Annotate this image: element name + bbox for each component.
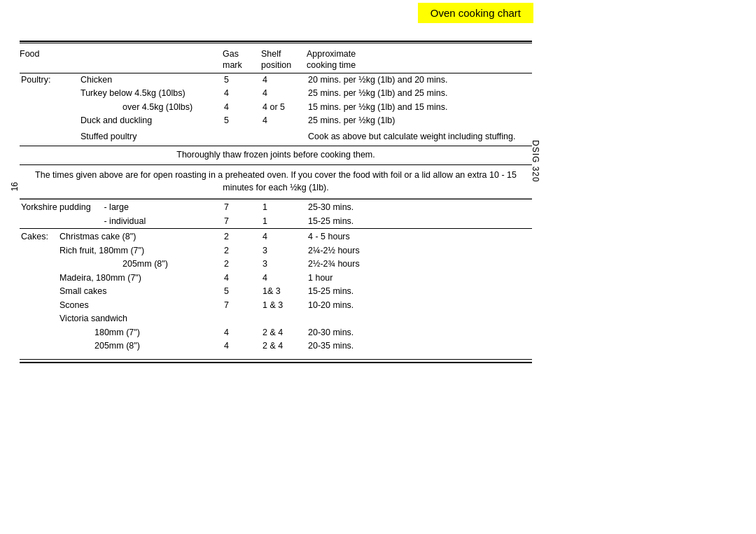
time-value — [307, 313, 532, 325]
header-shelf: Shelfposition — [261, 48, 307, 71]
food-category: Poultry:Chicken — [20, 74, 223, 87]
food-item: Stuffed poultry — [20, 131, 223, 143]
time-value: 20-35 mins. — [307, 340, 532, 353]
shelf-value: 4 — [261, 115, 307, 127]
time-value: 15-25 mins. — [307, 216, 532, 228]
title-box: Oven cooking chart — [418, 3, 533, 23]
time-value: 2½-2¾ hours — [307, 258, 532, 271]
border-top-thick — [20, 41, 532, 42]
food-item: Rich fruit, 180mm (7") — [20, 245, 223, 258]
table-row: Duck and duckling 5 4 25 mins. per ½kg (… — [20, 114, 532, 128]
table-row: Small cakes 5 1& 3 15-25 mins. — [20, 285, 532, 299]
food-item: Small cakes — [20, 286, 223, 298]
gas-value: 2 — [223, 245, 261, 258]
border-top-thin — [20, 43, 532, 43]
time-value: 15-25 mins. — [307, 286, 532, 298]
gas-value — [223, 313, 261, 325]
gas-value: 5 — [223, 74, 261, 87]
food-item: Duck and duckling — [20, 115, 223, 127]
shelf-value: 3 — [261, 258, 307, 271]
shelf-value: 3 — [261, 245, 307, 258]
table-row: - individual 7 1 15-25 mins. — [20, 215, 532, 229]
header-food: Food — [20, 48, 223, 71]
border-bottom-thin — [20, 359, 532, 360]
gas-value: 4 — [223, 272, 261, 285]
table-row: Rich fruit, 180mm (7") 2 3 2¼-2½ hours — [20, 244, 532, 258]
table-row: over 4.5kg (10lbs) 4 4 or 5 15 mins. per… — [20, 101, 532, 115]
shelf-value: 1 & 3 — [261, 300, 307, 312]
table-row: Stuffed poultry Cook as above but calcul… — [20, 128, 532, 146]
table-row: Madeira, 180mm (7") 4 4 1 hour — [20, 272, 532, 286]
table-row: 205mm (8") 4 2 & 4 20-35 mins. — [20, 339, 532, 357]
gas-value: 7 — [223, 216, 261, 228]
gas-value: 4 — [223, 340, 261, 353]
shelf-value: 1 — [261, 202, 307, 214]
table-row: Yorkshire pudding - large 7 1 25-30 mins… — [20, 199, 532, 215]
table-row: Cakes:Christmas cake (8") 2 4 4 - 5 hour… — [20, 228, 532, 244]
food-item: 205mm (8") — [20, 258, 223, 271]
gas-value: 7 — [223, 300, 261, 312]
food-item: Madeira, 180mm (7") — [20, 272, 223, 285]
time-value: 20 mins. per ½kg (1lb) and 20 mins. — [307, 74, 532, 87]
notice-thaw: Thoroughly thaw frozen joints before coo… — [20, 146, 532, 165]
shelf-value: 1 — [261, 216, 307, 228]
gas-value: 5 — [223, 286, 261, 298]
food-item: 180mm (7") — [20, 327, 223, 339]
time-value: 25 mins. per ½kg (1lb) — [307, 115, 532, 127]
gas-value: 7 — [223, 202, 261, 214]
gas-value: 2 — [223, 258, 261, 271]
shelf-value: 4 — [261, 272, 307, 285]
gas-value — [223, 131, 261, 143]
food-item: 205mm (8") — [20, 340, 223, 353]
table-row: Poultry:Chicken 5 4 20 mins. per ½kg (1l… — [20, 73, 532, 87]
time-value: 4 - 5 hours — [307, 231, 532, 244]
page: Oven cooking chart 16 DSIG 320 Food Gasm… — [0, 0, 756, 534]
time-value: 15 mins. per ½kg (1lb) and 15 mins. — [307, 101, 532, 114]
time-value: 1 hour — [307, 272, 532, 285]
time-value: 20-30 mins. — [307, 327, 532, 339]
time-value: 25 mins. per ½kg (1lb) and 25 mins. — [307, 87, 532, 100]
page-title: Oven cooking chart — [430, 7, 521, 19]
doc-id: DSIG 320 — [531, 140, 540, 183]
gas-value: 4 — [223, 87, 261, 100]
border-bottom-thick — [20, 362, 532, 363]
food-item: Scones — [20, 300, 223, 312]
gas-value: 5 — [223, 115, 261, 127]
shelf-value — [261, 313, 307, 325]
shelf-value: 4 — [261, 87, 307, 100]
shelf-value: 4 — [261, 231, 307, 244]
time-value: 10-20 mins. — [307, 300, 532, 312]
cakes-section: Cakes:Christmas cake (8") 2 4 4 - 5 hour… — [20, 228, 532, 357]
shelf-value: 2 & 4 — [261, 327, 307, 339]
shelf-value: 4 — [261, 74, 307, 87]
table-row: 205mm (8") 2 3 2½-2¾ hours — [20, 258, 532, 272]
gas-value: 2 — [223, 231, 261, 244]
gas-value: 4 — [223, 327, 261, 339]
shelf-value: 4 or 5 — [261, 101, 307, 114]
table-row: Scones 7 1 & 3 10-20 mins. — [20, 299, 532, 313]
page-number: 16 — [10, 182, 20, 191]
time-value: 25-30 mins. — [307, 202, 532, 214]
header-time: Approximatecooking time — [307, 48, 532, 71]
food-category: Yorkshire pudding - large — [20, 202, 223, 214]
table-row: 180mm (7") 4 2 & 4 20-30 mins. — [20, 326, 532, 340]
food-category: Cakes:Christmas cake (8") — [20, 231, 223, 244]
notice-preheated: The times given above are for open roast… — [20, 165, 532, 199]
food-item: Victoria sandwich — [20, 313, 223, 325]
gas-value: 4 — [223, 101, 261, 114]
shelf-value — [261, 131, 307, 143]
table-row: Victoria sandwich — [20, 312, 532, 326]
time-value: 2¼-2½ hours — [307, 245, 532, 258]
main-content: Food Gasmark Shelfposition Approximateco… — [20, 41, 532, 363]
food-item: over 4.5kg (10lbs) — [20, 101, 223, 114]
poultry-section: Poultry:Chicken 5 4 20 mins. per ½kg (1l… — [20, 73, 532, 146]
shelf-value: 2 & 4 — [261, 340, 307, 353]
food-item: Turkey below 4.5kg (10lbs) — [20, 87, 223, 100]
table-header: Food Gasmark Shelfposition Approximateco… — [20, 45, 532, 73]
shelf-value: 1& 3 — [261, 286, 307, 298]
time-value: Cook as above but calculate weight inclu… — [307, 131, 532, 143]
yorkshire-section: Yorkshire pudding - large 7 1 25-30 mins… — [20, 199, 532, 228]
table-row: Turkey below 4.5kg (10lbs) 4 4 25 mins. … — [20, 87, 532, 101]
food-item: - individual — [20, 216, 223, 228]
header-gas: Gasmark — [223, 48, 261, 71]
